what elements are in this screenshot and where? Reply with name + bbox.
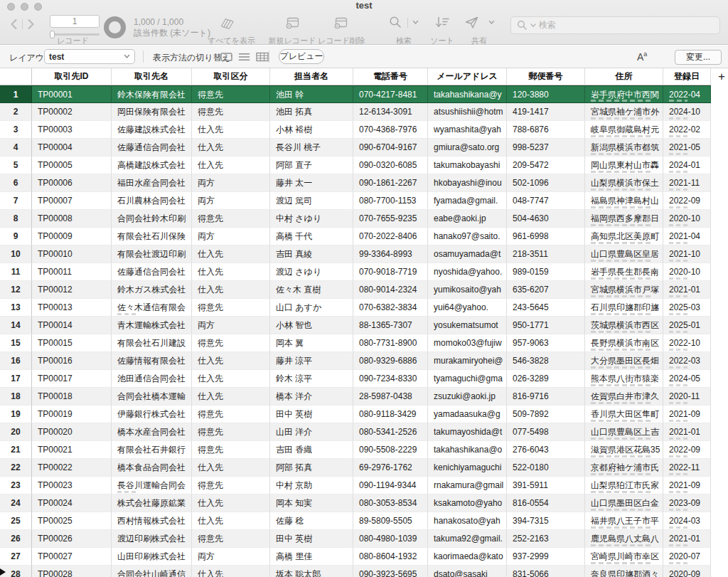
cell-email[interactable]: ksakamoto@yaho: [428, 494, 507, 512]
show-all-button[interactable]: [208, 16, 247, 31]
cell-registered[interactable]: 2021-04: [663, 228, 711, 245]
cell-contact[interactable]: 吉田 真綾: [270, 245, 353, 263]
cell-phone[interactable]: 070-4217-8481: [353, 85, 428, 103]
cell-email[interactable]: kaorimaeda@kato: [428, 548, 507, 566]
cell-id[interactable]: TP00003: [32, 121, 112, 139]
cell-phone[interactable]: 090-5508-2229: [353, 441, 428, 459]
row-number[interactable]: 4: [0, 139, 32, 157]
row-number[interactable]: 10: [0, 245, 32, 263]
cell-address[interactable]: 熊本県八街市猿楽: [585, 370, 663, 388]
cell-registered[interactable]: 2022-03: [663, 352, 711, 370]
cell-id[interactable]: TP00008: [32, 210, 112, 228]
cell-postal[interactable]: 077-5498: [507, 423, 585, 441]
cell-contact[interactable]: 鈴木 涼平: [270, 370, 353, 388]
cell-phone[interactable]: 080-9118-3429: [353, 406, 428, 423]
cell-phone[interactable]: 080-7731-8900: [353, 334, 428, 352]
cell-category[interactable]: 仕入先: [192, 494, 270, 512]
cell-company[interactable]: 合同会社橋本運輸: [112, 388, 192, 406]
cell-id[interactable]: TP00018: [32, 388, 112, 406]
cell-email[interactable]: nyoshida@yahoo.: [428, 263, 507, 281]
cell-email[interactable]: kenichiyamaguchi: [428, 459, 507, 477]
cell-category[interactable]: 得意先: [192, 334, 270, 352]
cell-category[interactable]: 仕入先: [192, 370, 270, 388]
cell-address[interactable]: 宮城県横浜市戸塚: [585, 281, 663, 299]
cell-id[interactable]: TP00027: [32, 548, 112, 566]
cell-postal[interactable]: 243-5645: [507, 299, 585, 317]
cell-id[interactable]: TP00022: [32, 459, 112, 477]
cell-company[interactable]: 有限会社石井銀行: [112, 441, 192, 459]
row-number[interactable]: 20: [0, 423, 32, 441]
cell-address[interactable]: 山口県豊島区上吉: [585, 423, 663, 441]
cell-email[interactable]: eabe@aoki.jp: [428, 210, 507, 228]
formatting-bar-icon[interactable]: Aa: [637, 51, 647, 63]
cell-address[interactable]: 香川県大田区隼町: [585, 406, 663, 423]
cell-category[interactable]: 仕入先: [192, 352, 270, 370]
cell-address[interactable]: 岩手県府中市西関: [585, 85, 663, 103]
form-view-icon[interactable]: [220, 52, 232, 62]
cell-phone[interactable]: 090-3923-5695: [353, 566, 428, 577]
cell-email[interactable]: takahashikana@o: [428, 441, 507, 459]
cell-contact[interactable]: 高橋 千代: [270, 228, 353, 245]
cell-category[interactable]: 仕入先: [192, 157, 270, 174]
row-number[interactable]: 21: [0, 441, 32, 459]
row-number[interactable]: 16: [0, 352, 32, 370]
cell-contact[interactable]: 池田 幹: [270, 85, 353, 103]
cell-company[interactable]: 佐藤通信合同会社: [112, 139, 192, 157]
cell-category[interactable]: 得意先: [192, 477, 270, 494]
cell-id[interactable]: TP00010: [32, 245, 112, 263]
cell-postal[interactable]: 502-1096: [507, 174, 585, 192]
row-number[interactable]: 25: [0, 512, 32, 530]
next-record-icon[interactable]: [27, 18, 35, 30]
cell-category[interactable]: 仕入先: [192, 121, 270, 139]
cell-contact[interactable]: 吉田 香織: [270, 441, 353, 459]
cell-company[interactable]: 高橋建設株式会社: [112, 157, 192, 174]
cell-contact[interactable]: 佐藤 稔: [270, 512, 353, 530]
cell-registered[interactable]: 2021-05: [663, 139, 711, 157]
cell-contact[interactable]: 山口 あすか: [270, 299, 353, 317]
cell-contact[interactable]: 佐々木 直樹: [270, 281, 353, 299]
cell-address[interactable]: 鹿児島県八丈島八: [585, 530, 663, 548]
cell-contact[interactable]: 阿部 拓真: [270, 459, 353, 477]
cell-email[interactable]: takahashikana@y: [428, 85, 507, 103]
cell-postal[interactable]: 831-5066: [507, 566, 585, 577]
row-number[interactable]: 27: [0, 548, 32, 566]
cell-postal[interactable]: 998-5237: [507, 139, 585, 157]
cell-contact[interactable]: 山田 洋介: [270, 423, 353, 441]
cell-address[interactable]: 山梨県横浜市保土: [585, 174, 663, 192]
cell-postal[interactable]: 120-3880: [507, 85, 585, 103]
cell-postal[interactable]: 026-3289: [507, 370, 585, 388]
cell-phone[interactable]: 28-5987-0438: [353, 388, 428, 406]
cell-registered[interactable]: 2024-05: [663, 370, 711, 388]
cell-category[interactable]: 得意先: [192, 85, 270, 103]
cell-id[interactable]: TP00014: [32, 317, 112, 334]
row-number[interactable]: 24: [0, 494, 32, 512]
preview-button[interactable]: プレビュー: [279, 49, 324, 64]
cell-id[interactable]: TP00024: [32, 494, 112, 512]
cell-registered[interactable]: 2021-09: [663, 477, 711, 494]
cell-company[interactable]: 山田印刷株式会社: [112, 548, 192, 566]
cell-email[interactable]: hanako97@saito.: [428, 228, 507, 245]
cell-phone[interactable]: 090-1194-9344: [353, 477, 428, 494]
cell-company[interactable]: 岡田保険有限会社: [112, 103, 192, 121]
cell-address[interactable]: 石川県印旛郡印旛: [585, 299, 663, 317]
cell-postal[interactable]: 546-3828: [507, 352, 585, 370]
cell-phone[interactable]: 080-5341-2526: [353, 423, 428, 441]
cell-address[interactable]: 山口県豊島区皇居: [585, 245, 663, 263]
column-header-5[interactable]: 電話番号: [353, 68, 428, 85]
row-number[interactable]: 2: [0, 103, 32, 121]
cell-address[interactable]: 岡山県東村山市轟: [585, 157, 663, 174]
cell-contact[interactable]: 阿部 直子: [270, 157, 353, 174]
cell-company[interactable]: 佐藤情報有限会社: [112, 352, 192, 370]
cell-email[interactable]: atsushiishii@hotm: [428, 103, 507, 121]
cell-postal[interactable]: 522-0180: [507, 459, 585, 477]
row-number[interactable]: 18: [0, 388, 32, 406]
cell-contact[interactable]: 藤井 太一: [270, 174, 353, 192]
cell-company[interactable]: 佐藤通信合同会社: [112, 263, 192, 281]
cell-email[interactable]: yosukematsumot: [428, 317, 507, 334]
cell-id[interactable]: TP00023: [32, 477, 112, 494]
current-record-input[interactable]: 1: [50, 15, 100, 28]
share-button[interactable]: [461, 16, 498, 29]
cell-email[interactable]: zsuzuki@aoki.jp: [428, 388, 507, 406]
cell-address[interactable]: 大分県墨田区長畑: [585, 352, 663, 370]
cell-email[interactable]: wyamashita@yah: [428, 121, 507, 139]
